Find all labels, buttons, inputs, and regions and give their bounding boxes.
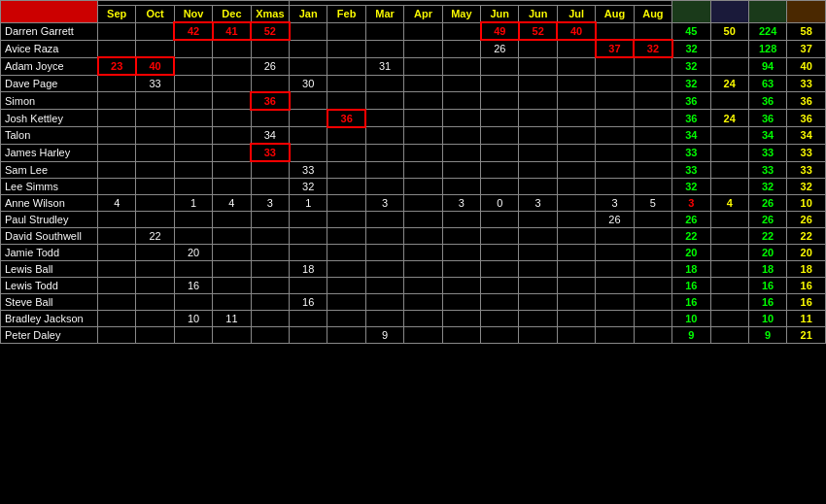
mar-score [365,144,403,161]
jun2-score [519,127,557,145]
nov-score [174,127,212,145]
mar-score [365,22,403,40]
aug2-score [634,227,671,244]
table-row: Lee Simms32323232 [1,178,826,194]
table-row: Steve Ball16161616 [1,293,826,310]
may-score [442,161,480,178]
current-season-avg: 32 [672,40,710,57]
jun1-score [481,92,519,110]
aug2-score [634,293,671,310]
previous-season-avg: 24 [710,75,748,92]
personal-best: 22 [787,227,826,244]
sep-score: 23 [98,57,136,75]
jun2-score [519,110,557,127]
aug1-score [596,293,634,310]
current-season-total: 16 [748,293,786,310]
dec-score [213,57,251,75]
jun1-score [481,161,519,178]
table-row: Adam Joyce23402631329440 [1,57,826,75]
personal-best: 32 [787,178,826,194]
mar-score [365,161,403,178]
jun1-score [481,326,519,343]
xmas-score: 26 [251,57,289,75]
dec-score [213,211,251,227]
table-row: Talon34343434 [1,127,826,145]
nov-score [174,161,212,178]
xmas-score [251,110,289,127]
aug2-score: 5 [634,194,671,211]
apr-score [404,178,442,194]
aug1-score [596,110,634,127]
apr-score [404,326,442,343]
current-season-total: 20 [748,244,786,260]
mar-score: 31 [365,57,403,75]
table-row: Lewis Todd16161616 [1,277,826,293]
jun1-score [481,293,519,310]
may-score [442,310,480,326]
aug2-score [634,310,671,326]
player-name: Anne Wilson [1,194,98,211]
current-season-total: 22 [748,227,786,244]
jul-score [557,244,595,260]
player-name: Sam Lee [1,161,98,178]
aug1-score [596,178,634,194]
xmas-score [251,244,289,260]
jun1-score: 49 [481,22,519,40]
jul-score [557,161,595,178]
aug2-score [634,127,671,145]
personal-best: 36 [787,110,826,127]
aug2-score: 32 [634,40,671,57]
jun1-score [481,75,519,92]
jan-score [290,310,327,326]
personal-best: 36 [787,92,826,110]
current-season-avg: 18 [672,260,710,277]
jan-score [290,211,327,227]
apr-score [404,211,442,227]
mar-score: 9 [365,326,403,343]
personal-best: 18 [787,260,826,277]
apr-score [404,277,442,293]
mar-score [365,92,403,110]
personal-best: 37 [787,40,826,57]
feb-score [327,178,365,194]
player-name: Bradley Jackson [1,310,98,326]
feb-score [327,211,365,227]
current-season-total: 63 [748,75,786,92]
sep-score: 4 [98,194,136,211]
may-score [442,110,480,127]
may-score [442,92,480,110]
dec-score [213,127,251,145]
dec-score [213,326,251,343]
table-row: Josh Kettley3636243636 [1,110,826,127]
nov-score [174,40,212,57]
apr-score [404,260,442,277]
current-season-avg: 10 [672,310,710,326]
personal-best: 33 [787,144,826,161]
previous-season-avg: 24 [710,110,748,127]
dec-score [213,92,251,110]
mar-score [365,227,403,244]
apr-score [404,40,442,57]
aug1-score [596,75,634,92]
previous-season-avg: 50 [710,22,748,40]
jan-score [290,227,327,244]
mar-score [365,277,403,293]
previous-season-avg [710,211,748,227]
aug1-score [596,260,634,277]
jun1-score [481,227,519,244]
player-name: Adam Joyce [1,57,98,75]
xmas-score [251,277,289,293]
sep-score [98,92,136,110]
current-season-total: 18 [748,260,786,277]
jan-score: 32 [290,178,327,194]
current-season-total: 9 [748,326,786,343]
current-season-avg: 36 [672,92,710,110]
aug1-score [596,127,634,145]
oct-score [136,110,174,127]
sep-score [98,260,136,277]
jul-score [557,127,595,145]
oct-score [136,40,174,57]
jul-score [557,260,595,277]
feb-score [327,326,365,343]
mar-score [365,75,403,92]
